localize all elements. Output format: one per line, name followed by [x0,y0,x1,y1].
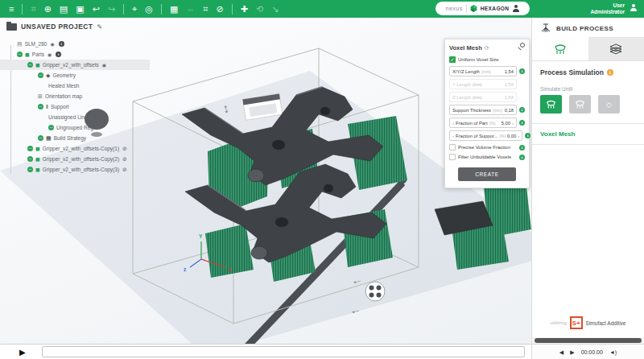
rename-project-icon[interactable]: ✎ [97,23,102,31]
seek-bar[interactable] [42,346,525,357]
voxel-field-fraction-of-part[interactable]: ‹Fraction of Part(%)5,00› [449,118,517,128]
tree-item[interactable]: Unassigned Line(1) [0,112,161,122]
tree-item[interactable]: Ungrouped Region [0,122,161,133]
pan-view-icon[interactable]: ⌖ [132,0,137,18]
move-part-icon[interactable]: ✚ [241,0,248,18]
tree-item[interactable]: ◼Gripper_v2_with_offsets-Copy(2)⊘ [0,154,161,164]
info-icon[interactable]: i [519,107,525,113]
tree-node-toggle[interactable] [27,167,33,172]
tree-item[interactable]: ◼Gripper_v2_with_offsets-Copy(1)⊘ [0,143,161,154]
save-project-icon[interactable]: ▣ [76,0,84,18]
info-icon[interactable]: i [59,41,64,47]
tree-node-toggle[interactable] [27,146,33,151]
toolbar-separator [161,4,162,14]
voxel-field-y-length: Y Length(mm)1,54 [449,79,517,89]
play-button[interactable]: ▶ [19,347,26,357]
voxel-view-icon[interactable]: ▦ [170,0,178,18]
open-project-icon[interactable]: ▤ [60,0,68,18]
brand-pill[interactable]: nexus HEXAGON [436,2,530,15]
redo-icon[interactable]: ↪ [108,0,115,18]
simulate-until-part-button[interactable] [569,95,591,113]
tab-process-simulation[interactable] [532,37,588,60]
new-project-icon[interactable]: ⊕ [44,0,52,18]
info-icon[interactable]: i [56,52,61,57]
tree-node-toggle[interactable] [48,125,54,130]
uniform-voxel-size-label: Uniform Voxel Size [458,57,525,62]
simulate-until-supports-button[interactable] [540,95,562,113]
field-label: Fraction of Part [456,121,488,126]
field-value: 1,54 [505,82,514,87]
tree-node-toggle[interactable] [38,72,43,78]
user-avatar-icon[interactable] [630,4,638,13]
field-unit: (%) [489,121,496,126]
tree-item[interactable]: Healed Mesh [0,80,161,91]
tree-item-label: Support [51,104,69,109]
stepper-decrement[interactable]: ‹ [452,134,454,138]
tree-node-toggle[interactable] [27,62,33,68]
simulate-until-end-button[interactable]: ◇ [598,95,620,113]
checkbox-label: Filter Unbuildable Voxels [458,155,517,159]
info-icon[interactable]: i [519,120,525,126]
tree-item[interactable]: ◼Gripper_v2_with_offsets◉ [0,60,150,70]
tree-item[interactable]: ▦Build Strategy [0,133,161,143]
voxel-field-fraction-of-suppor-[interactable]: ‹Fraction of Suppor...(%)0,00› [449,130,522,141]
field-value: 5,00 [502,121,510,126]
create-button[interactable]: CREATE [458,167,516,181]
support-icon: ‖ [46,104,48,109]
compass-icon[interactable]: ⊘ [217,0,224,18]
visibility-off-icon[interactable]: ⊘ [122,167,127,173]
tree-item[interactable]: ▤SLM_280◉i [0,39,161,49]
visibility-off-icon[interactable]: ⊘ [122,146,127,152]
info-icon[interactable]: i [519,68,525,74]
tree-node-toggle[interactable] [27,156,33,162]
frame-forward-button[interactable]: ▶ [570,349,574,355]
scale-part-icon[interactable]: ↘ [271,0,279,18]
uniform-voxel-size-checkbox[interactable]: ✓ [449,56,456,63]
stepper-decrement[interactable]: ‹ [452,121,454,126]
voxel-mesh-section-link[interactable]: Voxel Mesh [532,123,644,145]
checkbox[interactable] [449,144,456,151]
stepper-increment[interactable]: › [518,134,519,138]
tree-node-toggle[interactable] [17,52,23,57]
strategy-icon: ▦ [46,135,52,142]
visibility-eye-icon[interactable]: ◉ [102,62,106,68]
tree-item-label: Gripper_v2_with_offsets-Copy(3) [43,167,119,172]
rotate-view-icon[interactable]: ◎ [145,0,153,18]
measure-distance-icon[interactable]: ⇔ [186,0,195,18]
pin-icon[interactable] [518,43,525,50]
refresh-icon[interactable]: ⟳ [485,45,489,52]
simulate-until-buttons: ◇ [532,95,644,123]
user-block[interactable]: User Administrator [590,2,625,15]
volume-icon[interactable]: ◄) [609,349,617,355]
voxel-field-support-thickness[interactable]: Support Thickness(mm)0,18 [449,105,517,115]
stepper-increment[interactable]: › [512,121,514,126]
tree-node-toggle[interactable] [38,135,43,141]
tree-item[interactable]: ◼Gripper_v2_with_offsets-Copy(3)⊘ [0,164,161,175]
process-simulation-info-icon[interactable]: i [607,69,613,76]
visibility-off-icon[interactable]: ⊘ [122,156,127,163]
frame-back-button[interactable]: ◀ [559,349,564,355]
rotate-part-icon[interactable]: ⟲ [256,0,263,18]
tree-item[interactable]: ⊞Orientation map [0,91,161,101]
voxel-field-row: Z Length(mm)1,54i [449,92,525,102]
tree-node-toggle[interactable] [38,104,43,109]
menu-icon[interactable]: ≡ [9,0,14,18]
measure-grid-icon[interactable]: ⌗ [203,0,208,18]
info-icon[interactable]: i [519,145,525,151]
horizontal-scrollbar[interactable] [532,337,644,344]
checkbox[interactable] [449,154,456,160]
visibility-eye-icon[interactable]: ◉ [50,41,54,47]
scrollbar-thumb[interactable] [535,338,642,343]
tab-layers[interactable] [588,37,644,60]
voxel-field-x-y-z-length[interactable]: X/Y/Z Length(mm)1,54 [449,66,517,76]
tree-item[interactable]: ◼Parts◉i [0,49,161,60]
undo-icon[interactable]: ↩ [93,0,100,18]
tree-item[interactable]: ◈Geometry [0,70,161,80]
account-icon[interactable] [512,5,519,12]
info-icon[interactable]: i [519,155,525,160]
layers-icon [609,43,623,55]
tree-item[interactable]: ‖Support [0,101,161,112]
coordinate-system-icon[interactable]: ⌗ [31,0,35,18]
field-value: 1,54 [505,95,514,100]
visibility-eye-icon[interactable]: ◉ [47,52,52,57]
